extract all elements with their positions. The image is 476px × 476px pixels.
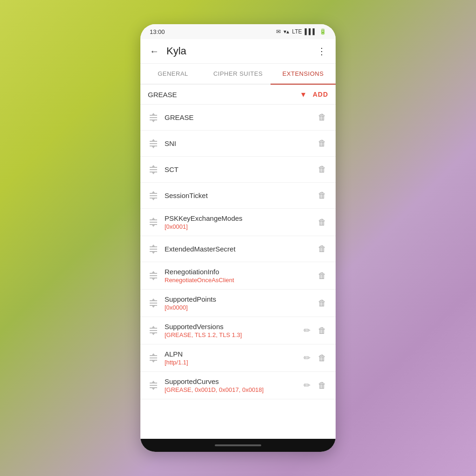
- list-item: RenegotiationInfo RenegotiateOnceAsClien…: [140, 262, 336, 290]
- status-icons: ✉ ▾▴ LTE ▌▌▌ 🔋: [276, 28, 326, 35]
- delete-button[interactable]: 🗑: [316, 111, 328, 124]
- list-item: PSKKeyExchangeModes [0x0001] 🗑: [140, 209, 336, 236]
- item-name: GREASE: [165, 113, 316, 121]
- drag-handle-icon: [148, 298, 159, 309]
- svg-marker-4: [152, 120, 155, 122]
- svg-marker-18: [152, 191, 155, 193]
- tab-general[interactable]: GENERAL: [140, 64, 205, 84]
- mail-icon: ✉: [276, 28, 281, 35]
- delete-button[interactable]: 🗑: [316, 242, 328, 256]
- trash-icon: 🗑: [318, 244, 326, 253]
- list-item: SessionTicket 🗑: [140, 183, 336, 209]
- back-button[interactable]: ←: [148, 44, 161, 59]
- item-actions: 🗑: [316, 297, 328, 310]
- item-name: RenegotiationInfo: [165, 268, 316, 276]
- delete-button[interactable]: 🗑: [316, 269, 328, 283]
- delete-button[interactable]: 🗑: [316, 297, 328, 310]
- item-name: SupportedVersions: [165, 323, 302, 331]
- item-name: SessionTicket: [165, 192, 316, 199]
- phone-frame: 13:00 ✉ ▾▴ LTE ▌▌▌ 🔋 ← Kyla ⋮ GENERAL CI…: [140, 24, 336, 452]
- edit-icon: ✏: [304, 353, 311, 363]
- list-item: SupportedVersions [GREASE, TLS 1.2, TLS …: [140, 317, 336, 344]
- item-sub: [0x0000]: [165, 304, 316, 311]
- drag-handle-icon: [148, 325, 159, 336]
- delete-button[interactable]: 🗑: [316, 189, 328, 202]
- delete-button[interactable]: 🗑: [316, 324, 328, 337]
- item-content: PSKKeyExchangeModes [0x0001]: [165, 214, 316, 230]
- item-content: SupportedVersions [GREASE, TLS 1.2, TLS …: [165, 323, 302, 338]
- extension-select[interactable]: GREASE ▾: [148, 89, 305, 99]
- list-item: SNI 🗑: [140, 131, 336, 157]
- drag-handle-icon: [148, 244, 159, 255]
- svg-marker-34: [152, 278, 155, 280]
- svg-marker-3: [152, 113, 155, 115]
- more-options-button[interactable]: ⋮: [315, 44, 328, 59]
- item-content: ALPN [http/1.1]: [165, 350, 302, 366]
- trash-icon: 🗑: [318, 218, 326, 227]
- item-actions: 🗑: [316, 163, 328, 176]
- drag-handle-icon: [148, 352, 159, 364]
- svg-marker-9: [152, 146, 155, 148]
- delete-button[interactable]: 🗑: [316, 137, 328, 150]
- trash-icon: 🗑: [318, 326, 326, 335]
- item-sub: [http/1.1]: [165, 359, 302, 366]
- trash-icon: 🗑: [318, 112, 326, 122]
- drag-handle-icon: [148, 164, 159, 175]
- item-name: SNI: [165, 139, 316, 147]
- item-content: RenegotiationInfo RenegotiateOnceAsClien…: [165, 268, 316, 284]
- edit-button[interactable]: ✏: [302, 378, 312, 392]
- status-time: 13:00: [150, 28, 165, 35]
- delete-button[interactable]: 🗑: [316, 163, 328, 176]
- wifi-icon: ▾▴: [284, 28, 289, 35]
- trash-icon: 🗑: [318, 353, 326, 363]
- svg-marker-23: [152, 218, 155, 219]
- battery-icon: 🔋: [319, 28, 326, 35]
- trash-icon: 🗑: [318, 381, 326, 390]
- add-button[interactable]: ADD: [313, 91, 328, 98]
- drag-handle-icon: [148, 190, 159, 201]
- tab-bar: GENERAL CIPHER SUITES EXTENSIONS: [140, 64, 336, 85]
- svg-marker-49: [152, 361, 155, 363]
- extensions-list: GREASE 🗑 SNI 🗑: [140, 105, 336, 439]
- svg-marker-13: [152, 165, 155, 167]
- edit-icon: ✏: [304, 326, 311, 335]
- svg-marker-8: [152, 139, 155, 141]
- drag-handle-icon: [148, 380, 159, 391]
- edit-icon: ✏: [304, 381, 311, 390]
- item-actions: 🗑: [316, 242, 328, 256]
- svg-marker-48: [152, 353, 155, 355]
- item-content: SCT: [165, 165, 316, 173]
- trash-icon: 🗑: [318, 271, 326, 280]
- edit-button[interactable]: ✏: [302, 351, 312, 365]
- item-actions: 🗑: [316, 189, 328, 202]
- item-name: PSKKeyExchangeModes: [165, 214, 316, 222]
- status-bar: 13:00 ✉ ▾▴ LTE ▌▌▌ 🔋: [140, 24, 336, 39]
- item-name: ExtendedMasterSecret: [165, 245, 316, 253]
- svg-marker-43: [152, 326, 155, 328]
- item-name: SCT: [165, 165, 316, 173]
- delete-button[interactable]: 🗑: [316, 379, 328, 392]
- item-actions: 🗑: [316, 269, 328, 283]
- drag-handle-icon: [148, 112, 159, 123]
- item-sub: [GREASE, TLS 1.2, TLS 1.3]: [165, 331, 302, 338]
- svg-marker-19: [152, 198, 155, 200]
- dropdown-arrow-icon: ▾: [301, 89, 305, 99]
- tab-extensions[interactable]: EXTENSIONS: [271, 64, 336, 84]
- drag-handle-icon: [148, 138, 159, 149]
- item-actions: 🗑: [316, 137, 328, 150]
- item-name: SupportedCurves: [165, 377, 302, 385]
- signal-icon: ▌▌▌: [304, 28, 317, 35]
- edit-button[interactable]: ✏: [302, 324, 312, 337]
- svg-marker-28: [152, 245, 155, 246]
- add-row: GREASE ▾ ADD: [140, 85, 336, 105]
- list-item: SupportedCurves [GREASE, 0x001D, 0x0017,…: [140, 372, 336, 399]
- svg-marker-54: [152, 388, 155, 390]
- tab-cipher-suites[interactable]: CIPHER SUITES: [205, 64, 271, 84]
- app-header: ← Kyla ⋮: [140, 39, 336, 64]
- item-actions: ✏ 🗑: [302, 324, 328, 337]
- delete-button[interactable]: 🗑: [316, 216, 328, 229]
- item-content: SupportedCurves [GREASE, 0x001D, 0x0017,…: [165, 377, 302, 393]
- page-title: Kyla: [166, 45, 315, 57]
- svg-marker-53: [152, 381, 155, 383]
- delete-button[interactable]: 🗑: [316, 351, 328, 365]
